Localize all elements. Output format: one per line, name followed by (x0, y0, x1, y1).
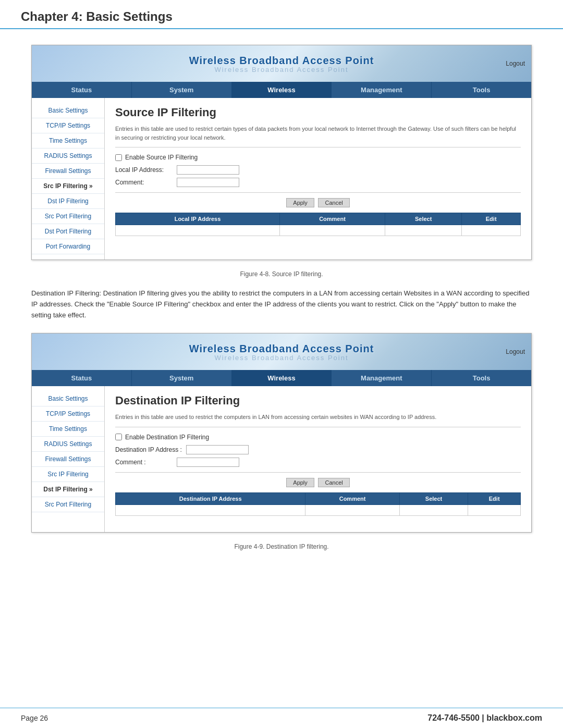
panel2-apply-button[interactable]: Apply (286, 478, 314, 487)
panel1-enable-label: Enable Source IP Filtering (125, 154, 198, 161)
panel2-logout-button[interactable]: Logout (506, 348, 525, 355)
panel1-comment-input[interactable] (177, 178, 239, 187)
panel1-sidebar: Basic Settings TCP/IP Settings Time Sett… (32, 98, 105, 260)
panel1-enable-checkbox-row: Enable Source IP Filtering (115, 154, 521, 161)
panel1-logout-button[interactable]: Logout (506, 60, 525, 67)
panel1-col-select: Select (385, 213, 461, 225)
page-header: Chapter 4: Basic Settings (0, 0, 563, 29)
sidebar2-dst-ip-filtering[interactable]: Dst IP Filtering » (32, 482, 104, 497)
panel2-body: Basic Settings TCP/IP Settings Time Sett… (32, 386, 531, 532)
sidebar2-time-settings[interactable]: Time Settings (32, 422, 104, 437)
panel2-cancel-button[interactable]: Cancel (318, 478, 349, 487)
sidebar2-basic-settings[interactable]: Basic Settings (32, 391, 104, 406)
source-ip-panel: Wireless Broadband Access Point Wireless… (31, 45, 532, 260)
panel1-data-table: Local IP Address Comment Select Edit (115, 213, 521, 236)
panel1-form-actions: Apply Cancel (115, 192, 521, 207)
panel2-col-select: Select (399, 492, 468, 504)
nav2-tools[interactable]: Tools (432, 370, 531, 386)
panel1-enable-checkbox[interactable] (115, 154, 122, 161)
chapter-title: Chapter 4: Basic Settings (21, 9, 542, 24)
panel1-title: Wireless Broadband Access Point (42, 55, 521, 67)
panel2-dest-ip-label: Destination IP Address : (115, 446, 182, 453)
panel1-section-title: Source IP Filtering (115, 106, 521, 119)
main-content: Wireless Broadband Access Point Wireless… (0, 45, 563, 550)
nav2-management[interactable]: Management (332, 370, 432, 386)
panel2-enable-checkbox-row: Enable Destination IP Filtering (115, 434, 521, 441)
panel2-dest-ip-input[interactable] (186, 445, 249, 454)
sidebar1-time-settings[interactable]: Time Settings (32, 133, 104, 149)
panel2-col-dest-ip: Destination IP Address (116, 492, 305, 504)
panel2-comment-label: Comment : (115, 459, 173, 466)
nav1-management[interactable]: Management (332, 82, 432, 98)
panel1-local-ip-label: Local IP Address: (115, 166, 173, 174)
sidebar1-src-ip-filtering[interactable]: Src IP Filtering » (32, 179, 104, 194)
sidebar1-dst-port-filtering[interactable]: Dst Port Filtering (32, 224, 104, 239)
sidebar2-src-ip-filtering[interactable]: Src IP Filtering (32, 467, 104, 482)
panel1-header: Wireless Broadband Access Point Wireless… (32, 45, 531, 82)
figure1-caption: Figure 4-8. Source IP filtering. (31, 270, 532, 278)
panel1-col-comment: Comment (280, 213, 385, 225)
sidebar1-port-forwarding[interactable]: Port Forwarding (32, 239, 104, 254)
panel2-enable-label: Enable Destination IP Filtering (125, 434, 209, 441)
panel1-watermark: Wireless Broadband Access Point (42, 66, 521, 73)
sidebar1-radius-settings[interactable]: RADIUS Settings (32, 149, 104, 164)
nav1-wireless[interactable]: Wireless (232, 82, 332, 98)
sidebar1-basic-settings[interactable]: Basic Settings (32, 103, 104, 118)
sidebar1-dst-ip-filtering[interactable]: Dst IP Filtering (32, 194, 104, 209)
panel1-section-desc: Entries in this table are used to restri… (115, 125, 521, 147)
dest-ip-panel: Wireless Broadband Access Point Wireless… (31, 333, 532, 533)
panel2-form-actions: Apply Cancel (115, 472, 521, 487)
nav2-status[interactable]: Status (32, 370, 132, 386)
footer-contact-info: 724-746-5500 | blackbox.com (427, 713, 542, 723)
sidebar1-firewall-settings[interactable]: Firewall Settings (32, 164, 104, 179)
nav1-tools[interactable]: Tools (432, 82, 531, 98)
panel2-enable-checkbox[interactable] (115, 434, 122, 440)
panel2-dest-ip-group: Destination IP Address : (115, 445, 521, 454)
panel2-section-desc: Entries in this table are used to restri… (115, 413, 521, 427)
nav1-status[interactable]: Status (32, 82, 132, 98)
panel2-watermark: Wireless Broadband Access Point (42, 354, 521, 362)
panel2-main: Destination IP Filtering Entries in this… (105, 386, 531, 532)
panel2-data-table: Destination IP Address Comment Select Ed… (115, 492, 521, 516)
panel2-col-comment: Comment (305, 492, 399, 504)
panel2-section-title: Destination IP Filtering (115, 394, 521, 408)
sidebar1-src-port-filtering[interactable]: Src Port Filtering (32, 209, 104, 224)
panel1-body: Basic Settings TCP/IP Settings Time Sett… (32, 98, 531, 260)
sidebar2-src-port-filtering[interactable]: Src Port Filtering (32, 497, 104, 512)
nav2-system[interactable]: System (132, 370, 232, 386)
panel1-local-ip-input[interactable] (177, 165, 239, 175)
panel1-navbar: Status System Wireless Management Tools (32, 82, 531, 98)
sidebar2-firewall-settings[interactable]: Firewall Settings (32, 452, 104, 467)
panel1-main: Source IP Filtering Entries in this tabl… (105, 98, 531, 260)
panel2-title: Wireless Broadband Access Point (42, 343, 521, 355)
panel1-col-local-ip: Local IP Address (116, 213, 280, 225)
table-row (116, 225, 521, 236)
table-row (116, 504, 521, 515)
nav2-wireless[interactable]: Wireless (232, 370, 332, 386)
sidebar1-tcpip-settings[interactable]: TCP/IP Settings (32, 118, 104, 133)
panel2-sidebar: Basic Settings TCP/IP Settings Time Sett… (32, 386, 105, 532)
panel2-comment-group: Comment : (115, 458, 521, 467)
panel1-apply-button[interactable]: Apply (286, 198, 314, 207)
body-text: Destination IP Filtering: Destination IP… (31, 288, 532, 320)
panel1-col-edit: Edit (462, 213, 521, 225)
panel2-header: Wireless Broadband Access Point Wireless… (32, 334, 531, 370)
sidebar2-radius-settings[interactable]: RADIUS Settings (32, 437, 104, 452)
footer-page-number: Page 26 (21, 714, 48, 722)
panel1-comment-group: Comment: (115, 178, 521, 187)
panel1-local-ip-group: Local IP Address: (115, 165, 521, 175)
panel1-comment-label: Comment: (115, 179, 173, 186)
panel2-comment-input[interactable] (177, 458, 239, 467)
page-footer: Page 26 724-746-5500 | blackbox.com (0, 708, 563, 728)
panel1-cancel-button[interactable]: Cancel (318, 198, 349, 207)
panel2-col-edit: Edit (468, 492, 521, 504)
sidebar2-tcpip-settings[interactable]: TCP/IP Settings (32, 406, 104, 422)
panel2-navbar: Status System Wireless Management Tools (32, 370, 531, 386)
figure2-caption: Figure 4-9. Destination IP filtering. (31, 543, 532, 550)
nav1-system[interactable]: System (132, 82, 232, 98)
